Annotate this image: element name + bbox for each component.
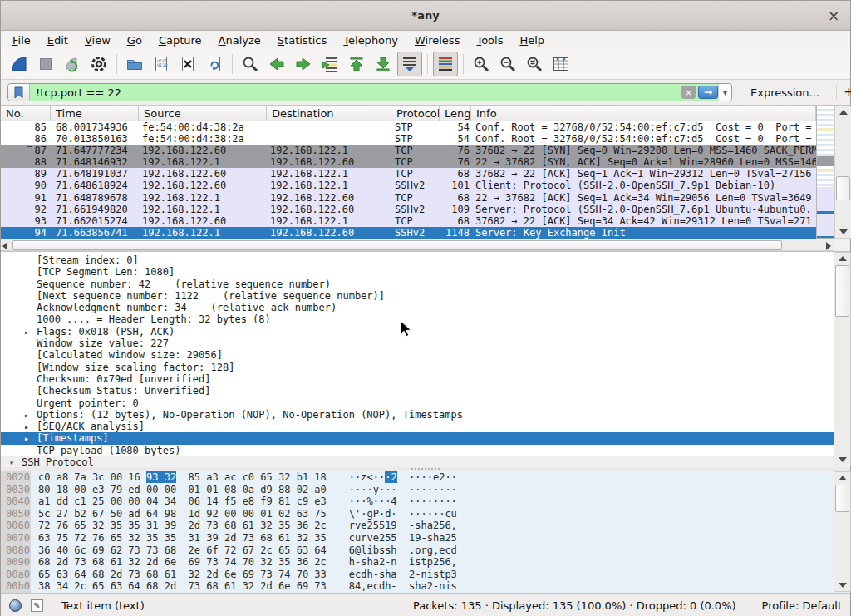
colorize-packets-icon[interactable] bbox=[433, 52, 458, 76]
restart-capture-icon[interactable] bbox=[60, 52, 85, 76]
menu-capture[interactable]: Capture bbox=[150, 32, 210, 48]
scroll-down-icon[interactable] bbox=[835, 226, 851, 238]
filter-dropdown-icon[interactable]: ▾ bbox=[718, 84, 731, 101]
details-scrollbar[interactable] bbox=[834, 252, 851, 466]
detail-line-selected[interactable]: ▸[Timestamps] bbox=[1, 432, 850, 444]
save-file-icon[interactable]: 01010110 bbox=[149, 52, 174, 76]
go-forward-icon[interactable] bbox=[291, 52, 316, 76]
detail-line[interactable]: [Next sequence number: 1122 (relative se… bbox=[1, 290, 850, 302]
hex-row[interactable]: 007063 75 72 76 65 32 35 35 31 39 2d 73 … bbox=[1, 532, 850, 545]
close-file-icon[interactable] bbox=[175, 52, 200, 76]
packet-row[interactable]: 8771.647777234192.168.122.60192.168.122.… bbox=[1, 145, 816, 156]
scroll-down-icon[interactable] bbox=[834, 454, 850, 466]
detail-line[interactable]: [Window size scaling factor: 128] bbox=[1, 362, 850, 373]
filter-text[interactable]: !tcp.port == 22 bbox=[30, 86, 681, 99]
detail-line[interactable]: Checksum: 0x79ed [unverified] bbox=[1, 373, 850, 385]
column-header-time[interactable]: Time bbox=[51, 106, 139, 121]
hex-selected-bytes[interactable]: 93 32 bbox=[146, 471, 176, 483]
detail-line[interactable]: 1000 .... = Header Length: 32 bytes (8) bbox=[1, 313, 850, 325]
expander-icon[interactable]: ▾ bbox=[9, 457, 22, 467]
capture-comment-icon[interactable]: ✎ bbox=[31, 599, 43, 612]
hex-row[interactable]: 00a065 63 64 68 2d 73 68 61 32 2d 6e 69 … bbox=[1, 569, 850, 581]
scroll-down-icon[interactable] bbox=[834, 579, 850, 591]
scrollbar-thumb[interactable] bbox=[836, 176, 850, 200]
scroll-up-icon[interactable] bbox=[834, 253, 850, 264]
packet-row[interactable]: 8670.013850163fe:54:00:d4:38:2aSTP54Conf… bbox=[1, 133, 816, 145]
go-to-packet-icon[interactable] bbox=[317, 52, 342, 76]
expression-button[interactable]: Expression... bbox=[742, 86, 828, 99]
intelligent-scrollbar-minimap[interactable] bbox=[816, 106, 834, 239]
detail-line[interactable]: Acknowledgment number: 34 (relative ack … bbox=[1, 302, 850, 313]
hex-row[interactable]: 003080 18 00 e3 79 ed 00 00 01 01 08 0a … bbox=[1, 484, 850, 496]
column-header-source[interactable]: Source bbox=[139, 106, 267, 121]
detail-line[interactable]: TCP payload (1080 bytes) bbox=[1, 445, 850, 456]
packet-row-selected[interactable]: 9471.663856741192.168.122.1192.168.122.6… bbox=[1, 227, 816, 239]
detail-line[interactable]: ▾SSH Protocol bbox=[1, 456, 850, 467]
column-header-no[interactable]: No. bbox=[1, 106, 51, 121]
packet-row[interactable]: 9271.661949820192.168.122.1192.168.122.6… bbox=[1, 204, 816, 215]
menu-telephony[interactable]: Telephony bbox=[335, 32, 406, 48]
menu-statistics[interactable]: Statistics bbox=[269, 32, 335, 48]
find-packet-icon[interactable] bbox=[238, 52, 263, 76]
scroll-left-icon[interactable] bbox=[2, 241, 7, 250]
detail-line[interactable]: Sequence number: 42 (relative sequence n… bbox=[1, 278, 850, 290]
column-header-length[interactable]: Length bbox=[440, 106, 471, 121]
detail-line[interactable]: ▸[SEQ/ACK analysis] bbox=[1, 421, 850, 432]
detail-line[interactable]: [Stream index: 0] bbox=[1, 254, 850, 266]
go-last-packet-icon[interactable] bbox=[371, 52, 396, 76]
detail-line[interactable]: [TCP Segment Len: 1080] bbox=[1, 266, 850, 278]
go-back-icon[interactable] bbox=[264, 52, 289, 76]
menu-analyze[interactable]: Analyze bbox=[210, 32, 269, 48]
expander-icon[interactable]: ▸ bbox=[24, 433, 37, 445]
expander-icon[interactable]: ▸ bbox=[24, 327, 37, 338]
hscrollbar-thumb[interactable] bbox=[12, 240, 782, 250]
menu-wireless[interactable]: Wireless bbox=[406, 32, 468, 48]
packet-row[interactable]: 9071.648618924192.168.122.60192.168.122.… bbox=[1, 180, 816, 191]
column-header-destination[interactable]: Destination bbox=[267, 106, 391, 121]
expander-icon[interactable]: ▸ bbox=[24, 410, 37, 421]
scrollbar-thumb[interactable] bbox=[835, 265, 849, 317]
packet-row[interactable]: 9371.662015274192.168.122.60192.168.122.… bbox=[1, 215, 816, 227]
scroll-up-icon[interactable] bbox=[835, 106, 851, 118]
detail-line[interactable]: [Calculated window size: 29056] bbox=[1, 349, 850, 361]
scroll-right-icon[interactable] bbox=[826, 241, 831, 250]
menu-view[interactable]: View bbox=[76, 32, 119, 48]
display-filter-input[interactable]: !tcp.port == 22 × → ▾ bbox=[7, 83, 732, 101]
packet-row[interactable]: 8971.648191037192.168.122.60192.168.122.… bbox=[1, 168, 816, 180]
expander-icon[interactable]: ▸ bbox=[24, 421, 37, 433]
packet-list-scrollbar[interactable] bbox=[834, 106, 851, 239]
detail-line[interactable]: ▸Options: (12 bytes), No-Operation (NOP)… bbox=[1, 409, 850, 421]
add-filter-button[interactable]: + bbox=[836, 85, 851, 100]
column-header-protocol[interactable]: Protocol bbox=[391, 106, 440, 121]
hex-row[interactable]: 0020c0 a8 7a 3c 00 16 93 32 85 a3 ac c0 … bbox=[1, 471, 850, 484]
packet-row[interactable]: 8568.001734936fe:54:00:d4:38:2aSTP54Conf… bbox=[1, 121, 816, 133]
resize-columns-icon[interactable] bbox=[548, 52, 573, 76]
hex-row[interactable]: 008036 40 6c 69 62 73 73 68 2e 6f 72 67 … bbox=[1, 545, 850, 557]
start-capture-icon[interactable] bbox=[7, 52, 32, 76]
ascii-selected-bytes[interactable]: ·2 bbox=[385, 471, 396, 483]
detail-line[interactable]: Urgent pointer: 0 bbox=[1, 397, 850, 409]
packet-row[interactable]: 8871.648146932192.168.122.1192.168.122.6… bbox=[1, 156, 816, 168]
hex-row[interactable]: 009068 2d 73 68 61 32 2d 6e 69 73 74 70 … bbox=[1, 556, 850, 569]
hex-scrollbar[interactable] bbox=[834, 471, 851, 592]
column-header-info[interactable]: Info bbox=[471, 106, 816, 121]
hex-row[interactable]: 00b038 34 2c 65 63 64 68 2d 73 68 61 32 … bbox=[1, 580, 850, 593]
zoom-reset-icon[interactable] bbox=[522, 52, 547, 76]
detail-line[interactable]: Window size value: 227 bbox=[1, 338, 850, 349]
scrollbar-thumb[interactable] bbox=[835, 485, 849, 512]
filter-apply-icon[interactable]: → bbox=[698, 86, 718, 99]
zoom-out-icon[interactable] bbox=[495, 52, 520, 76]
menu-go[interactable]: Go bbox=[119, 32, 150, 48]
packet-list-hscrollbar[interactable] bbox=[1, 239, 834, 251]
menu-edit[interactable]: Edit bbox=[39, 32, 76, 48]
hex-row[interactable]: 006072 76 65 32 35 35 31 39 2d 73 68 61 … bbox=[1, 520, 850, 532]
capture-options-icon[interactable] bbox=[86, 52, 111, 76]
go-first-packet-icon[interactable] bbox=[344, 52, 369, 76]
menu-help[interactable]: Help bbox=[511, 32, 553, 48]
open-file-icon[interactable] bbox=[122, 52, 147, 76]
filter-clear-icon[interactable]: × bbox=[681, 86, 696, 99]
stop-capture-icon[interactable] bbox=[33, 52, 58, 76]
packet-row[interactable]: 9171.648789678192.168.122.1192.168.122.6… bbox=[1, 192, 816, 204]
hex-row[interactable]: 0040a1 dd c1 25 00 00 04 34 06 14 f5 e8 … bbox=[1, 495, 850, 508]
filter-bookmark-icon[interactable] bbox=[8, 84, 30, 101]
